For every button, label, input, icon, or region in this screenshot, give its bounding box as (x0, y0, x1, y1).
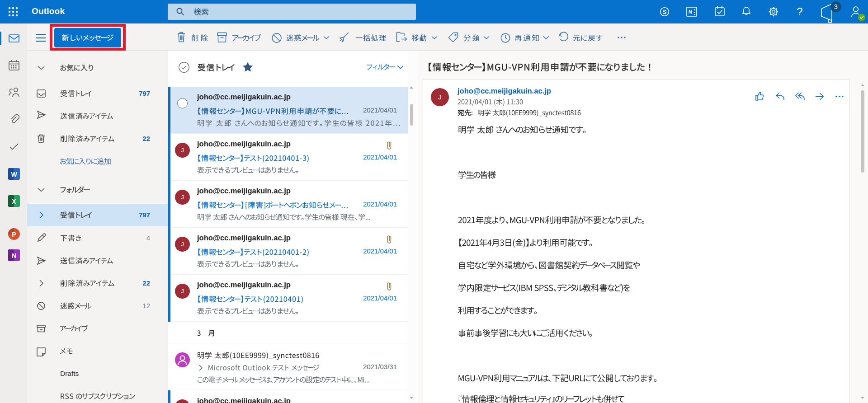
svg-text:N: N (689, 9, 692, 14)
svg-text:3: 3 (834, 3, 838, 10)
svg-text:S: S (663, 9, 667, 15)
svg-text:X: X (12, 198, 16, 205)
svg-text:P: P (12, 231, 16, 238)
svg-text:?: ? (797, 5, 802, 18)
svg-text:N: N (12, 252, 16, 259)
svg-text:W: W (11, 171, 17, 178)
